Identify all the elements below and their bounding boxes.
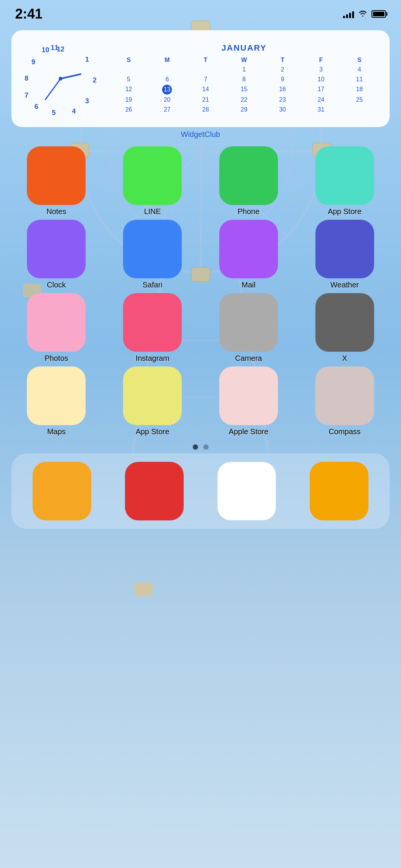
cal-day: 21	[187, 95, 225, 104]
app-grid: Notes LINE Phone App Store Clock Safari …	[0, 139, 401, 436]
cal-day: 28	[187, 105, 225, 114]
apple-store-icon	[219, 366, 278, 425]
cal-day: 8	[225, 75, 263, 84]
svg-text:7: 7	[25, 92, 28, 99]
svg-text:8: 8	[25, 75, 28, 82]
app-row-3: Photos Instagram Camera X	[11, 293, 390, 363]
cal-day: 18	[340, 85, 378, 95]
app-instagram[interactable]: Instagram	[108, 293, 198, 363]
dock-item-4[interactable]	[296, 462, 382, 520]
appstore2-label: App Store	[136, 427, 169, 436]
cal-day	[110, 65, 148, 74]
app-row-4: Maps App Store Apple Store Compass	[11, 366, 390, 436]
cal-day: 24	[302, 95, 340, 104]
dock-icon-4	[310, 462, 368, 520]
cal-day: 14	[187, 85, 225, 95]
appstore2-icon	[123, 366, 182, 425]
cal-day: 23	[264, 95, 301, 104]
app-weather[interactable]: Weather	[300, 220, 390, 289]
cal-day: 20	[148, 95, 186, 104]
compass-label: Compass	[329, 427, 360, 436]
svg-line-37	[61, 74, 81, 79]
cal-day: 9	[264, 75, 301, 84]
widget-label: WidgetClub	[11, 130, 390, 139]
app-apple-store[interactable]: Apple Store	[204, 366, 294, 436]
cal-day	[148, 65, 186, 74]
app-camera[interactable]: Camera	[204, 293, 294, 363]
app-notes[interactable]: Notes	[11, 146, 101, 216]
widget: 12 1 2 3 4 5 6 7 8 9 10 11 JAN	[11, 30, 390, 127]
dock-icon-2	[125, 462, 184, 520]
status-bar: 2:41	[0, 0, 401, 23]
svg-line-38	[45, 79, 61, 99]
app-mail[interactable]: Mail	[204, 220, 294, 289]
cal-day: 2	[264, 65, 301, 74]
cal-day: 12	[110, 85, 148, 95]
cal-day: 15	[225, 85, 263, 95]
notes-icon	[27, 146, 86, 205]
app-safari[interactable]: Safari	[108, 220, 198, 289]
page-dots	[0, 444, 401, 450]
calendar-grid: S M T W T F S 1 2 3 4 5 6 7 8 9	[110, 56, 378, 114]
cal-header: W	[225, 56, 263, 64]
photos-label: Photos	[45, 354, 68, 363]
cal-day: 3	[302, 65, 340, 74]
svg-text:11: 11	[51, 44, 58, 51]
svg-text:2: 2	[93, 76, 97, 84]
cal-day: 4	[340, 65, 378, 74]
cal-day: 31	[302, 105, 340, 114]
app-compass[interactable]: Compass	[300, 366, 390, 436]
cal-day: 25	[340, 95, 378, 104]
phone-icon	[219, 146, 278, 205]
safari-label: Safari	[143, 281, 162, 289]
app-maps[interactable]: Maps	[11, 366, 101, 436]
notes-label: Notes	[47, 207, 66, 216]
cal-day: 6	[148, 75, 186, 84]
cal-day: 30	[264, 105, 301, 114]
cal-day: 16	[264, 85, 301, 95]
calendar: JANUARY S M T W T F S 1 2 3 4 5 6	[110, 43, 378, 114]
cal-header: S	[340, 56, 378, 64]
line-icon	[123, 146, 182, 205]
dock-icon-3	[217, 462, 276, 520]
cal-day	[340, 105, 378, 114]
cal-day: 26	[110, 105, 148, 114]
app-row-1: Notes LINE Phone App Store	[11, 146, 390, 216]
cal-day: 10	[302, 75, 340, 84]
wifi-icon	[358, 9, 368, 19]
dock-item-2[interactable]	[111, 462, 198, 520]
maps-label: Maps	[47, 427, 66, 436]
dock-icon-1	[33, 462, 91, 520]
dock-item-1[interactable]	[19, 462, 105, 520]
maps-icon	[27, 366, 86, 425]
widget-container: 12 1 2 3 4 5 6 7 8 9 10 11 JAN	[11, 30, 390, 139]
apple-store-label: Apple Store	[229, 427, 268, 436]
app-x[interactable]: X	[300, 293, 390, 363]
x-label: X	[342, 354, 347, 363]
app-clock[interactable]: Clock	[11, 220, 101, 289]
app-line[interactable]: LINE	[108, 146, 198, 216]
x-icon	[315, 293, 374, 352]
page-dot-1	[193, 444, 198, 450]
signal-icon	[343, 10, 354, 18]
instagram-label: Instagram	[136, 354, 169, 363]
app-appstore-1[interactable]: App Store	[300, 146, 390, 216]
line-label: LINE	[144, 207, 161, 216]
dock	[11, 453, 390, 529]
photos-icon	[27, 293, 86, 352]
app-phone[interactable]: Phone	[204, 146, 294, 216]
svg-text:9: 9	[31, 58, 35, 66]
cal-day: 27	[148, 105, 186, 114]
app-row-2: Clock Safari Mail Weather	[11, 220, 390, 289]
cal-header: T	[187, 56, 225, 64]
cal-day: 7	[187, 75, 225, 84]
cal-day-today: 13	[162, 85, 172, 95]
cal-header: S	[110, 56, 148, 64]
dock-item-3[interactable]	[204, 462, 290, 520]
weather-icon	[315, 220, 374, 278]
app-photos[interactable]: Photos	[11, 293, 101, 363]
phone-label: Phone	[237, 207, 259, 216]
app-appstore-2[interactable]: App Store	[108, 366, 198, 436]
cal-day: 22	[225, 95, 263, 104]
cal-day: 19	[110, 95, 148, 104]
